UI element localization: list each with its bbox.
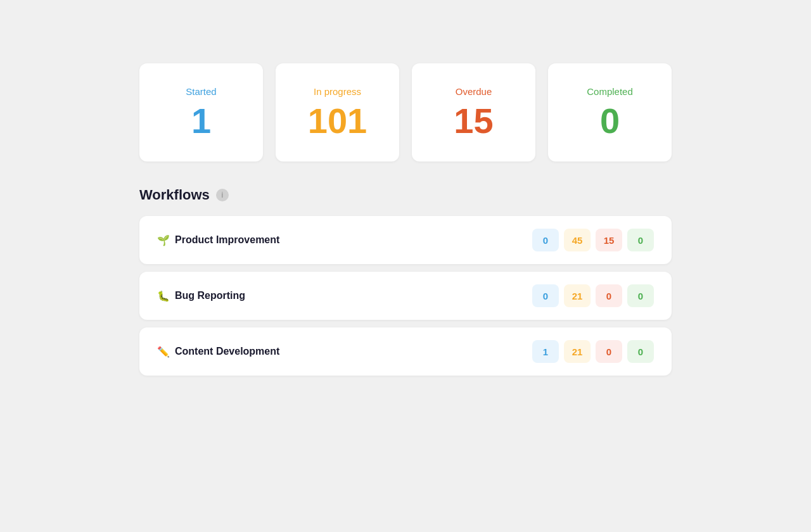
stat-label-in-progress: In progress [314, 86, 361, 97]
workflow-name-bug-reporting: 🐛 Bug Reporting [157, 290, 245, 302]
workflow-row-content-development: ✏️ Content Development 1 21 0 0 [139, 327, 672, 376]
workflow-row-bug-reporting: 🐛 Bug Reporting 0 21 0 0 [139, 272, 672, 320]
workflow-emoji-bug-reporting: 🐛 [157, 290, 170, 302]
workflow-row-product-improvement: 🌱 Product Improvement 0 45 15 0 [139, 216, 672, 264]
workflow-badges-bug-reporting: 0 21 0 0 [532, 284, 654, 307]
workflow-list: 🌱 Product Improvement 0 45 15 0 🐛 Bug Re… [139, 216, 672, 376]
badge-overdue-bug-reporting: 0 [596, 284, 622, 307]
stat-value-completed: 0 [600, 103, 620, 139]
badge-completed-content-development: 0 [627, 340, 654, 363]
badge-inprogress-product-improvement: 45 [564, 229, 591, 251]
badge-overdue-content-development: 0 [596, 340, 622, 363]
badge-completed-bug-reporting: 0 [627, 284, 654, 307]
stat-label-overdue: Overdue [456, 86, 492, 97]
stat-card-started: Started 1 [139, 63, 263, 162]
stat-label-started: Started [186, 86, 216, 97]
stat-value-started: 1 [191, 103, 211, 139]
workflow-badges-content-development: 1 21 0 0 [532, 340, 654, 363]
stat-card-completed: Completed 0 [548, 63, 672, 162]
workflows-title: Workflows [139, 187, 210, 203]
workflow-emoji-product-improvement: 🌱 [157, 234, 170, 246]
stats-row: Started 1 In progress 101 Overdue 15 Com… [139, 63, 672, 162]
workflow-name-product-improvement: 🌱 Product Improvement [157, 234, 279, 246]
stat-value-overdue: 15 [454, 103, 493, 139]
workflow-emoji-content-development: ✏️ [157, 346, 170, 358]
main-content: Started 1 In progress 101 Overdue 15 Com… [127, 63, 684, 376]
badge-started-content-development: 1 [532, 340, 559, 363]
stat-card-overdue: Overdue 15 [412, 63, 535, 162]
workflow-name-content-development: ✏️ Content Development [157, 346, 279, 358]
badge-started-bug-reporting: 0 [532, 284, 559, 307]
badge-completed-product-improvement: 0 [627, 229, 654, 251]
info-icon[interactable]: i [216, 189, 229, 201]
workflows-header: Workflows i [139, 187, 672, 203]
badge-overdue-product-improvement: 15 [596, 229, 622, 251]
stat-value-in-progress: 101 [308, 103, 367, 139]
workflow-badges-product-improvement: 0 45 15 0 [532, 229, 654, 251]
badge-started-product-improvement: 0 [532, 229, 559, 251]
stat-card-in-progress: In progress 101 [276, 63, 399, 162]
badge-inprogress-content-development: 21 [564, 340, 591, 363]
stat-label-completed: Completed [587, 86, 633, 97]
badge-inprogress-bug-reporting: 21 [564, 284, 591, 307]
